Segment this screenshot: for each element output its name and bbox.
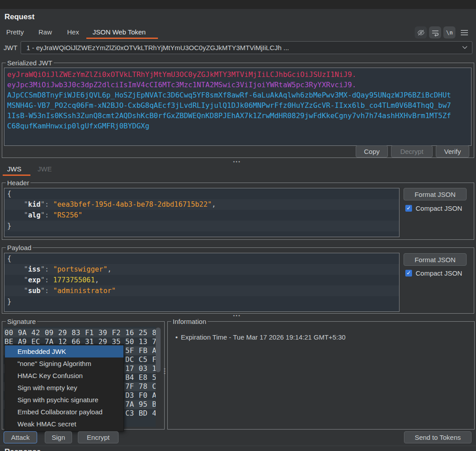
- jwt-selector-dropdown[interactable]: 1 - eyJraWQiOiJlZWEzYmZlZi0xOTVkLTRhYjMt…: [21, 41, 472, 54]
- soft-wrap-icon[interactable]: [429, 26, 441, 38]
- jws-header-editor[interactable]: { "kid": "eea3bfef-195d-4ab3-be78-2dbd16…: [4, 188, 400, 237]
- jwt-signature-line: AJpCCSmD8TnyFiWJE6jQVL6p_HoSZjEpNVATc3D6…: [4, 90, 471, 100]
- json-line: "kid": "eea3bfef-195d-4ab3-be78-2dbd1671…: [4, 199, 399, 210]
- verify-button[interactable]: Verify: [436, 145, 469, 157]
- show-newlines-icon[interactable]: \n: [443, 26, 455, 38]
- tab-jws[interactable]: JWS: [7, 165, 21, 173]
- header-format-json-button[interactable]: Format JSON: [404, 188, 467, 200]
- tab-raw[interactable]: Raw: [38, 28, 52, 36]
- bottom-divider: [0, 446, 476, 446]
- signature-label: Signature: [6, 318, 37, 325]
- window-top-strip: [0, 0, 476, 9]
- json-line: {: [4, 253, 399, 264]
- menu-item-sign-with-empty-key[interactable]: Sign with empty key: [5, 382, 123, 394]
- chevron-down-icon: [462, 46, 468, 49]
- active-tab-underline: [86, 38, 158, 39]
- header-compact-json-checkbox[interactable]: ✓: [405, 205, 412, 212]
- bullet-glyph: •: [175, 333, 178, 341]
- information-label: Information: [171, 318, 208, 325]
- jws-payload-editor[interactable]: { "iss": "portswigger", "exp": 177375506…: [4, 253, 400, 312]
- json-line: {: [4, 188, 399, 199]
- json-line: "iss": "portswigger",: [4, 264, 399, 275]
- hex-scrollbar[interactable]: [156, 328, 161, 372]
- expiration-info-text: Expiration Time - Tue Mar 17 2026 19:14:…: [181, 333, 345, 341]
- tab-jwe[interactable]: JWE: [38, 165, 52, 173]
- header-compact-json-label: Compact JSON: [416, 204, 462, 212]
- send-to-tokens-button[interactable]: Send to Tokens: [404, 431, 472, 443]
- tab-pretty[interactable]: Pretty: [6, 28, 24, 36]
- wrap-lines-glyph: [431, 29, 439, 37]
- hex-row: 009A42092983F139F216258: [4, 328, 156, 337]
- tab-hex[interactable]: Hex: [67, 28, 79, 36]
- vertical-splitter-handle[interactable]: •••: [164, 368, 166, 374]
- serialized-jwt-label: Serialized JWT: [6, 59, 54, 67]
- tab-json-web-token[interactable]: JSON Web Token: [93, 28, 146, 36]
- menu-item-embedded-jwk[interactable]: Embedded JWK: [5, 345, 123, 357]
- jws-payload-label: Payload: [6, 244, 33, 251]
- jwt-selector-label: JWT: [4, 44, 17, 51]
- response-heading-clipped: Response: [4, 447, 41, 451]
- jws-tab-underline: [3, 174, 30, 176]
- expiration-info-item: •Expiration Time - Tue Mar 17 2026 19:14…: [175, 333, 345, 341]
- jwt-signature-line: C68qufKamHnwxip0lgUfxGMFRj0BYDGXg: [4, 121, 471, 131]
- sign-button[interactable]: Sign: [45, 431, 72, 443]
- jwt-selector-value: 1 - eyJraWQiOiJlZWEzYmZlZi0xOTVkLTRhYjMt…: [26, 44, 289, 51]
- json-line: }: [4, 296, 399, 307]
- json-line: "sub": "administrator": [4, 285, 399, 296]
- encrypt-button[interactable]: Encrypt: [78, 431, 119, 443]
- serialized-jwt-editor[interactable]: eyJraWQiOiJlZWEzYmZlZi0xOTVkLTRhYjMtYmU3…: [4, 68, 472, 146]
- json-line: }: [4, 221, 399, 231]
- payload-compact-json-checkbox[interactable]: ✓: [405, 270, 412, 277]
- attack-context-menu: Embedded JWK"none" Signing AlgorithmHMAC…: [4, 344, 124, 431]
- editor-menu-icon[interactable]: [458, 26, 470, 38]
- menu-item-hmac-key-confusion[interactable]: HMAC Key Confusion: [5, 370, 123, 382]
- hamburger-glyph: [460, 30, 468, 36]
- hide-nonprintable-icon[interactable]: [415, 26, 427, 38]
- menu-item-weak-hmac-secret[interactable]: Weak HMAC secret: [5, 418, 123, 430]
- json-line: "exp": 1773755061,: [4, 275, 399, 285]
- jwt-header-line: eyJraWQiOiJlZWEzYmZlZi0xOTVkLTRhYjMtYmU3…: [4, 69, 471, 80]
- splitter-handle[interactable]: •••: [233, 160, 241, 163]
- payload-format-json-button[interactable]: Format JSON: [404, 253, 467, 266]
- menu-item-sign-with-psychic-signature[interactable]: Sign with psychic signature: [5, 394, 123, 406]
- request-title: Request: [4, 13, 34, 21]
- jws-header-label: Header: [6, 179, 30, 187]
- menu-item-none-signing-algorithm[interactable]: "none" Signing Algorithm: [5, 357, 123, 370]
- splitter-handle-2[interactable]: •••: [233, 314, 241, 317]
- jwt-signature-line: MSNH4G-VB7_PO2cq06Fm-xN2BJO-CxbG8qAEcf3j…: [4, 100, 471, 111]
- newline-glyph: \n: [446, 29, 453, 36]
- attack-button[interactable]: Attack: [4, 431, 37, 443]
- copy-button[interactable]: Copy: [356, 145, 388, 157]
- eye-off-icon: [417, 29, 425, 37]
- menu-item-embed-collaborator-payload[interactable]: Embed Collaborator payload: [5, 406, 123, 418]
- jwt-signature-line: 1IsB-W53nIs0KSsh3ZunQ8cmt2AQDshKcB0rfGxZ…: [4, 111, 471, 121]
- payload-compact-json-label: Compact JSON: [416, 269, 462, 277]
- json-line: "alg": "RS256": [4, 210, 399, 221]
- jwt-payload-line: eyJpc3MiOiJwb3J0c3dpZ2dlciIsImV4cCI6MTc3…: [4, 80, 471, 90]
- decrypt-button[interactable]: Decrypt: [391, 145, 433, 157]
- jwt-editor-window: Request Pretty Raw Hex JSON Web Token \n…: [0, 0, 476, 451]
